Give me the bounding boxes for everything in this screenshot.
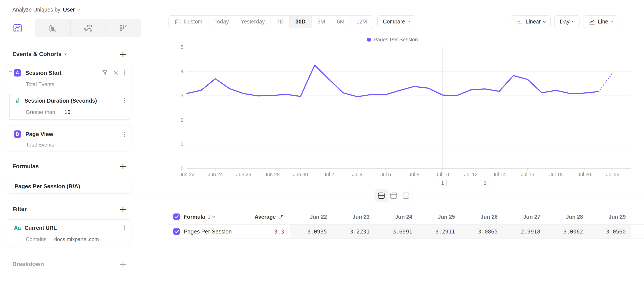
series-checkbox[interactable] (173, 228, 180, 235)
average-column-header[interactable]: Average (254, 214, 290, 220)
results-table: Formula 1 Average Jun 22Jun 23J (168, 209, 644, 239)
date-column-header[interactable]: Jun 27 (503, 209, 546, 224)
date-range-12m[interactable]: 12M (350, 16, 373, 28)
event-card-session-start[interactable]: A Session Start Total Events (7, 64, 131, 120)
add-formula-button[interactable] (119, 163, 126, 170)
filter-menu-button[interactable] (122, 225, 127, 230)
filter-operator[interactable]: Contains (26, 236, 46, 242)
filter-event-button[interactable] (102, 70, 108, 76)
formula-expression[interactable]: Pages Per Session (B/A) (14, 183, 80, 190)
scale-button[interactable]: Linear (511, 16, 551, 28)
chevron-down-icon (572, 20, 574, 22)
formulas-heading: Formulas (7, 162, 131, 171)
date-cell-value: 3.2911 (418, 224, 461, 238)
close-icon (113, 70, 118, 76)
interval-button[interactable]: Day (554, 16, 579, 28)
property-menu-button[interactable] (122, 98, 127, 103)
date-column-header[interactable]: Jun 29 (589, 209, 632, 224)
line-chart-svg[interactable]: 012345Jun 22Jun 24Jun 26Jun 28Jun 30Jul … (178, 43, 636, 187)
svg-text:Jul 10: Jul 10 (436, 172, 449, 177)
series-legend-label: Pages Per Session (374, 37, 418, 43)
date-column-header[interactable]: Jun 24 (375, 209, 418, 224)
string-property-icon: Aa (14, 225, 21, 231)
chevron-down-icon (543, 20, 546, 22)
add-breakdown-button[interactable] (119, 261, 126, 267)
tab-flows[interactable] (70, 19, 106, 37)
svg-text:Jun 28: Jun 28 (265, 172, 280, 177)
formulas-title: Formulas (12, 163, 39, 170)
date-cell-value: 2.9918 (503, 224, 546, 238)
remove-event-button[interactable] (113, 70, 118, 76)
insights-report-page: Analyze Uniques by User (0, 0, 644, 290)
property-operator[interactable]: Greater than (26, 109, 55, 115)
split-view-icon (377, 192, 385, 199)
event-menu-button[interactable] (122, 132, 127, 137)
svg-text:3: 3 (181, 93, 184, 99)
scale-label: Linear (526, 19, 541, 25)
property-value[interactable]: 10 (64, 109, 70, 115)
date-column-header[interactable]: Jun 22 (290, 209, 333, 224)
analyze-by-bar: Analyze Uniques by User (0, 0, 141, 19)
bar-chart-icon (48, 23, 58, 33)
drag-handle-icon[interactable] (9, 71, 12, 74)
chevron-down-icon (77, 8, 80, 11)
add-filter-button[interactable] (119, 206, 126, 212)
event-measurement[interactable]: Total Events (26, 142, 54, 148)
table-only-icon (402, 192, 410, 199)
date-column-header[interactable]: Jun 23 (333, 209, 376, 224)
table-row[interactable]: Pages Per Session 3.3 3.09353.22313.6991… (168, 224, 644, 239)
series-color-swatch (367, 38, 371, 42)
analyze-by-dropdown[interactable]: User (63, 7, 75, 13)
date-range-today[interactable]: Today (208, 16, 235, 28)
svg-text:Jul 8: Jul 8 (409, 172, 420, 177)
event-name[interactable]: Session Start (26, 70, 62, 76)
date-range-7d[interactable]: 7D (270, 16, 290, 28)
filter-value[interactable]: docs.mixpanel.com (54, 236, 99, 242)
event-measurement[interactable]: Total Events (26, 81, 54, 87)
property-name[interactable]: Session Duration (Seconds) (24, 98, 97, 104)
svg-text:Jul 4: Jul 4 (352, 172, 362, 177)
tab-bar-chart[interactable] (35, 19, 70, 37)
date-column-header[interactable]: Jun 28 (546, 209, 589, 224)
chart-type-tabstrip (0, 19, 141, 37)
date-range-custom[interactable]: Custom (169, 16, 208, 28)
tab-retention[interactable] (106, 19, 141, 37)
event-menu-button[interactable] (122, 70, 127, 75)
annotation-count-badge[interactable]: 1 (438, 179, 447, 187)
series-toggle-dropdown[interactable]: Formula 1 (184, 214, 214, 220)
toggle-split-view[interactable] (375, 189, 387, 202)
svg-text:Jul 22: Jul 22 (606, 172, 619, 177)
compare-button[interactable]: Compare (377, 16, 415, 28)
event-name[interactable]: Page View (26, 131, 53, 138)
retention-dots-icon (118, 23, 128, 33)
event-letter-badge: B (14, 130, 21, 138)
date-column-header[interactable]: Jun 25 (418, 209, 461, 224)
svg-text:Jul 20: Jul 20 (578, 172, 591, 177)
chart-legend[interactable]: Pages Per Session (141, 37, 644, 43)
event-letter-badge: A (14, 69, 21, 77)
date-range-yesterday[interactable]: Yesterday (235, 16, 270, 28)
formula-card[interactable]: Pages Per Session (B/A) (7, 179, 131, 193)
date-range-3m[interactable]: 3M (311, 16, 331, 28)
chevron-down-icon[interactable] (64, 53, 67, 55)
card-divider (10, 93, 128, 93)
chevron-down-icon (212, 215, 215, 218)
date-range-6m[interactable]: 6M (331, 16, 350, 28)
toggle-chart-only-view[interactable] (387, 189, 400, 202)
svg-text:0: 0 (181, 166, 184, 171)
select-all-checkbox[interactable] (173, 213, 180, 220)
svg-text:Jul 12: Jul 12 (464, 172, 478, 177)
svg-text:1: 1 (181, 141, 184, 147)
event-card-page-view[interactable]: B Page View Total Events (7, 125, 131, 151)
date-range-30d[interactable]: 30D (290, 16, 311, 28)
filter-card[interactable]: Aa Current URL Contains docs.mixpanel.co… (7, 219, 131, 247)
chart-type-label: Line (598, 19, 608, 25)
chart-type-button[interactable]: Line (583, 16, 618, 28)
annotation-count-badge[interactable]: 1 (481, 179, 489, 187)
add-event-button[interactable] (119, 51, 126, 57)
toggle-table-only-view[interactable] (400, 189, 412, 202)
date-column-header[interactable]: Jun 26 (460, 209, 503, 224)
tab-insights-line[interactable] (0, 19, 35, 37)
analyze-label: Analyze Uniques by (12, 7, 60, 13)
filter-property-name[interactable]: Current URL (24, 225, 57, 231)
